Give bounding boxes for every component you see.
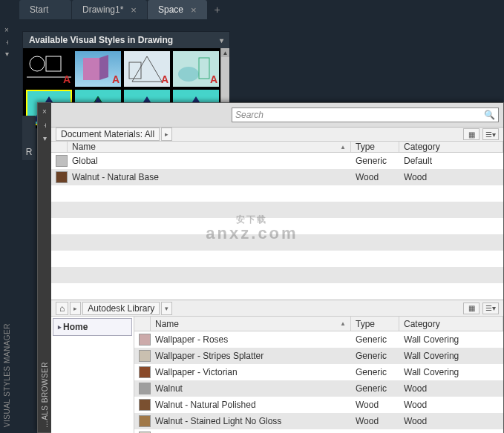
close-icon[interactable]: × [3,27,10,34]
home-icon: ⌂ [59,303,65,314]
a-badge-icon: A [161,73,168,85]
table-row[interactable]: Warm Tint Mirror Mirror [134,429,503,433]
column-category[interactable]: Category [399,317,503,331]
column-label: Name [72,142,96,152]
close-icon[interactable]: × [191,4,197,16]
grid-view-icon[interactable]: ▦ [463,128,480,140]
home-button[interactable]: ⌂ [56,302,68,315]
a-badge-icon: A [210,73,217,85]
column-label: Category [404,142,440,152]
svg-point-7 [178,67,199,82]
menu-icon[interactable]: ▾ [3,50,10,58]
material-swatch-icon [139,383,151,394]
add-tab-button[interactable]: + [208,0,227,19]
cell-category: Wall Covering [404,351,459,361]
close-icon[interactable]: × [42,108,47,116]
cell-type: Generic [356,367,387,377]
tab-drawing1[interactable]: Drawing1*× [72,0,147,19]
cell-name: Global [72,156,98,166]
column-type[interactable]: Type [351,317,399,331]
table-row[interactable]: Wallpaper - Stripes Splatter Generic Wal… [134,348,503,364]
r-strip: R [22,116,36,160]
table-row[interactable]: Wallpaper - Roses Generic Wall Covering [134,331,503,348]
cell-category: Default [404,156,432,166]
list-view-icon[interactable]: ☰▾ [482,128,499,140]
chevron-right-icon[interactable]: ▸ [70,302,81,315]
chevron-down-icon[interactable]: ▾ [220,36,223,44]
list-view-icon[interactable]: ☰▾ [482,303,499,314]
style-swatch[interactable]: A [75,51,121,87]
material-swatch-icon [139,366,151,378]
scroll-up-icon[interactable]: ▲ [221,48,229,57]
doc-breadcrumb-row: Document Materials: All ▸ ▦ ☰▾ [51,128,503,142]
sort-asc-icon: ▲ [340,144,346,151]
library-tree: ▸Home [51,317,134,433]
tab-label: Space [158,4,183,15]
material-swatch-icon [56,155,68,167]
tree-item-home[interactable]: ▸Home [53,318,132,336]
cell-name: Wallpaper - Victorian [155,367,238,377]
a-badge-icon: A [112,73,120,85]
table-row[interactable]: Global Generic Default [51,153,503,169]
cell-category: Wood [404,400,427,410]
cell-name: Walnut - Natural Polished [155,400,256,410]
pin-icon[interactable]: ⫞ [3,39,10,46]
column-swatch[interactable] [51,142,68,152]
lib-breadcrumb-row: ⌂ ▸ Autodesk Library ▾ ▦ ☰▾ [51,300,503,317]
svg-point-0 [30,56,45,71]
cell-category: Wall Covering [404,367,459,377]
material-swatch-icon [139,334,151,346]
breadcrumb-label: Autodesk Library [88,303,154,314]
tab-label: Drawing1* [82,4,123,15]
table-row[interactable]: Walnut - Natural Polished Wood Wood [134,397,503,413]
menu-icon[interactable]: ▾ [43,134,47,143]
material-swatch-icon [139,350,151,362]
tab-start[interactable]: Start [19,0,71,19]
column-label: Category [404,319,440,329]
table-row[interactable]: Walnut Generic Wood [134,380,503,397]
search-input[interactable]: Search 🔍 [232,108,499,122]
empty-row [51,251,503,267]
empty-row [51,185,503,202]
materials-side-strip: × ⫞ ▾ …ALS BROWSER [38,103,51,432]
cell-name: Walnut [155,383,183,394]
material-swatch-icon [56,171,68,183]
cell-type: Wood [356,172,379,182]
svg-marker-5 [132,56,162,82]
column-swatch[interactable] [134,317,151,331]
breadcrumb[interactable]: Document Materials: All [56,128,160,141]
visual-styles-side-strip: × ⫞ ▾ VISUAL STYLES MANAGER [0,22,13,433]
table-row[interactable]: Walnut - Stained Light No Gloss Wood Woo… [134,413,503,429]
sort-asc-icon: ▲ [340,320,346,327]
search-placeholder: Search [235,110,264,120]
cell-category: Wood [404,383,427,394]
svg-rect-8 [199,58,209,79]
cell-category: Wood [404,416,427,426]
panel-header[interactable]: Available Visual Styles in Drawing ▾ [23,32,229,48]
table-row[interactable]: Walnut - Natural Base Wood Wood [51,169,503,185]
close-icon[interactable]: × [131,4,137,16]
column-name[interactable]: Name▲ [151,317,351,331]
chevron-right-icon[interactable]: ▸ [161,128,172,141]
cell-category: Wall Covering [404,334,459,345]
style-swatch[interactable]: A [173,51,219,87]
column-category[interactable]: Category [399,142,503,152]
panel-title-vertical: …ALS BROWSER [41,362,49,428]
style-swatch[interactable]: A [124,51,170,87]
grid-view-icon[interactable]: ▦ [463,303,480,314]
tab-space[interactable]: Space× [148,0,207,19]
breadcrumb[interactable]: Autodesk Library [82,302,160,315]
table-row[interactable]: Wallpaper - Victorian Generic Wall Cover… [134,364,503,380]
chevron-right-icon: ▸ [58,323,62,331]
cell-name: Walnut - Stained Light No Gloss [155,416,281,426]
panel-title-vertical: VISUAL STYLES MANAGER [3,323,11,427]
column-name[interactable]: Name▲ [68,142,351,152]
lib-grid-header: Name▲ Type Category [134,317,503,331]
empty-row [51,218,503,234]
style-swatch[interactable]: A [26,51,72,87]
pin-icon[interactable]: ⫞ [43,121,47,130]
column-type[interactable]: Type [351,142,399,152]
empty-row [51,283,503,300]
search-icon: 🔍 [484,110,495,120]
chevron-down-icon[interactable]: ▾ [161,302,172,315]
